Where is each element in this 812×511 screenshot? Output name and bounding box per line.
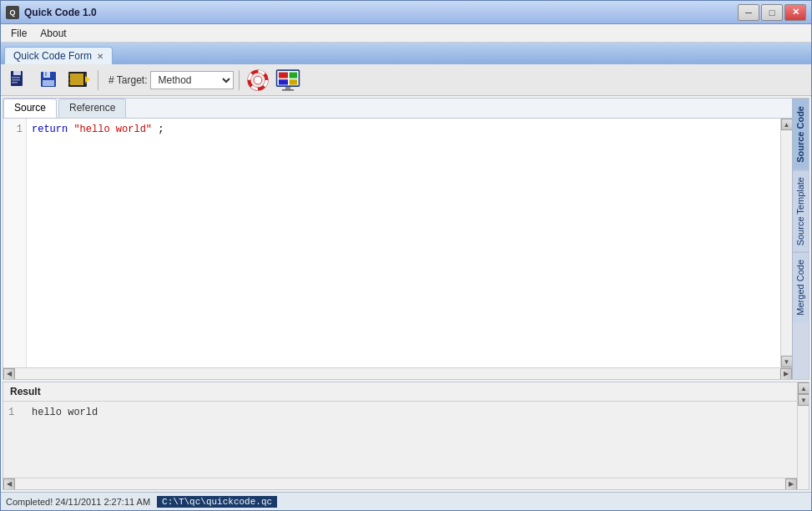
code-editor: 1 return "hello world" ;: [3, 119, 792, 379]
svg-rect-4: [12, 82, 18, 83]
lifesaver-icon: [247, 69, 269, 91]
save-button[interactable]: [36, 68, 63, 93]
svg-rect-1: [13, 71, 21, 75]
svg-rect-12: [68, 78, 70, 80]
svg-rect-3: [12, 79, 20, 81]
film-button[interactable]: [66, 68, 93, 93]
result-h-scrollbar[interactable]: ◀ ▶: [3, 478, 797, 489]
toolbar-separator: [98, 70, 98, 90]
app-icon: Q: [6, 6, 19, 19]
svg-rect-14: [85, 73, 87, 76]
editor-main: Source Reference 1 return "hello: [3, 99, 792, 379]
new-file-button[interactable]: [6, 68, 33, 93]
svg-rect-26: [279, 79, 288, 84]
result-v-scrollbar[interactable]: ▲ ▼: [797, 382, 809, 489]
svg-rect-27: [290, 79, 297, 84]
title-bar-controls: ─ □ ✕: [738, 4, 806, 21]
help-button[interactable]: [245, 68, 271, 93]
code-content[interactable]: return "hello world" ;: [27, 119, 780, 367]
svg-marker-17: [85, 76, 90, 83]
status-bar: Completed! 24/11/2011 2:27:11 AM C:\T\qc…: [1, 492, 811, 510]
right-side-tabs: Source Code Source Template Merged Code: [792, 99, 809, 379]
svg-rect-25: [290, 72, 297, 78]
doc-tab-bar: Quick Code Form ✕: [1, 43, 811, 64]
result-scroll-up[interactable]: ▲: [798, 382, 809, 394]
status-text: Completed! 24/11/2011 2:27:11 AM: [6, 497, 150, 507]
result-scroll-down[interactable]: ▼: [798, 394, 809, 406]
menu-about[interactable]: About: [33, 26, 73, 41]
target-label: # Target:: [108, 74, 147, 86]
doc-tab-label: Quick Code Form: [13, 50, 92, 62]
result-scroll-left[interactable]: ◀: [3, 478, 15, 490]
svg-rect-11: [68, 73, 70, 76]
keyword: return: [32, 124, 68, 135]
string-literal: "hello world": [73, 124, 152, 135]
title-bar: Q Quick Code 1.0 ─ □ ✕: [1, 1, 811, 24]
svg-rect-2: [12, 77, 20, 78]
vertical-scrollbar[interactable]: ▲ ▼: [780, 119, 792, 367]
doc-tab-close-button[interactable]: ✕: [97, 52, 103, 61]
menu-bar: File About: [1, 24, 811, 43]
doc-tab-quickcode[interactable]: Quick Code Form ✕: [4, 47, 113, 64]
result-content: 1 hello world: [3, 402, 797, 478]
svg-rect-8: [45, 72, 47, 76]
inner-tab-bar: Source Reference: [3, 99, 792, 119]
target-select[interactable]: Method Class Interface Enum: [150, 71, 234, 89]
content-wrapper: Source Reference 1 return "hello: [1, 96, 811, 510]
result-main: Result 1 hello world ◀ ▶: [3, 382, 797, 489]
result-line-number: 1: [8, 405, 25, 474]
side-tab-source-template[interactable]: Source Template: [793, 169, 809, 252]
line-number-1: 1: [3, 122, 23, 137]
svg-rect-13: [68, 82, 70, 84]
toolbar-separator-2: [239, 70, 240, 90]
status-path: C:\T\qc\quickcode.qc: [157, 496, 277, 508]
svg-rect-24: [279, 72, 288, 78]
menu-file[interactable]: File: [4, 26, 33, 41]
new-file-icon: [9, 70, 29, 90]
result-header: Result: [3, 382, 797, 402]
scroll-left-button[interactable]: ◀: [3, 368, 15, 380]
svg-rect-7: [43, 80, 54, 86]
horizontal-scrollbar[interactable]: ◀ ▶: [3, 367, 792, 379]
line-numbers: 1: [3, 119, 27, 367]
main-window: Q Quick Code 1.0 ─ □ ✕ File About Quick …: [0, 0, 812, 511]
editor-section: Source Reference 1 return "hello: [3, 98, 809, 380]
scroll-down-button[interactable]: ▼: [781, 356, 793, 367]
code-line-1: return "hello world" ;: [32, 122, 775, 137]
film-icon: [68, 70, 91, 90]
svg-rect-10: [70, 73, 83, 85]
result-scroll-right[interactable]: ▶: [785, 478, 797, 490]
windows-button[interactable]: [275, 68, 301, 93]
svg-rect-29: [282, 89, 294, 91]
save-icon: [39, 70, 59, 90]
window-title: Quick Code 1.0: [24, 7, 97, 18]
side-tab-source-code[interactable]: Source Code: [793, 99, 809, 169]
tab-reference[interactable]: Reference: [58, 99, 126, 118]
code-and-scroll: 1 return "hello world" ;: [3, 119, 792, 367]
result-line-1: hello world: [32, 405, 98, 474]
minimize-button[interactable]: ─: [738, 4, 759, 21]
windows-icon: [275, 68, 300, 93]
scroll-right-button[interactable]: ▶: [780, 368, 792, 380]
scroll-up-button[interactable]: ▲: [781, 119, 793, 130]
toolbar: # Target: Method Class Interface Enum: [1, 64, 811, 96]
title-bar-left: Q Quick Code 1.0: [6, 6, 97, 19]
close-button[interactable]: ✕: [784, 4, 806, 21]
tab-source[interactable]: Source: [3, 99, 57, 118]
scroll-track: [781, 130, 792, 356]
side-tab-merged-code[interactable]: Merged Code: [793, 252, 809, 322]
result-section: Result 1 hello world ◀ ▶ ▲ ▼: [3, 382, 809, 490]
svg-rect-28: [285, 86, 290, 89]
maximize-button[interactable]: □: [761, 4, 783, 21]
